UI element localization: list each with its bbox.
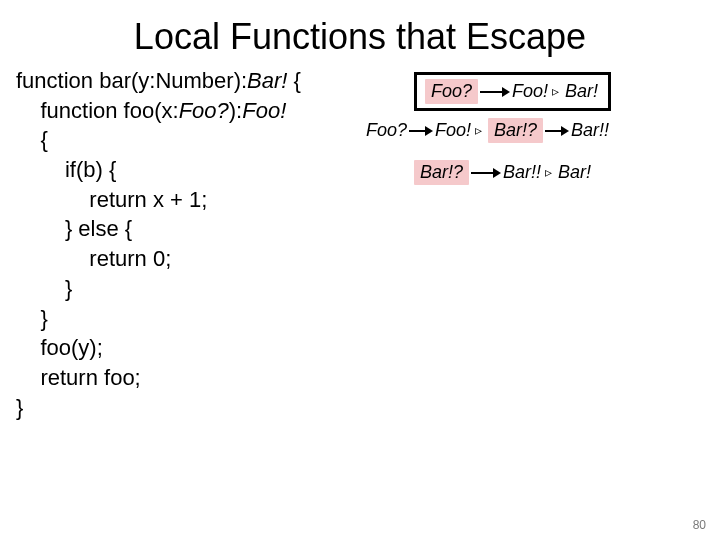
- code-l2a: function foo(x:: [16, 98, 179, 123]
- arrow-icon: [409, 126, 433, 136]
- rule2-lhs: Foo?: [366, 120, 407, 141]
- code-l2d: Foo!: [242, 98, 286, 123]
- code-l5: return x + 1;: [16, 187, 207, 212]
- rule2-mid: Foo!: [435, 120, 471, 141]
- code-l7: return 0;: [16, 246, 171, 271]
- code-l2c: ):: [229, 98, 242, 123]
- type-rule-2: Foo? Foo! ▹ Bar!? Bar!!: [366, 118, 609, 143]
- rule1-mid: Foo!: [512, 81, 548, 102]
- content-area: function bar(y:Number):Bar! { function f…: [0, 66, 720, 422]
- code-l11: return foo;: [16, 365, 141, 390]
- code-l1b: Bar!: [247, 68, 287, 93]
- code-l8: }: [16, 276, 72, 301]
- type-rule-3: Bar!? Bar!! ▹ Bar!: [414, 160, 591, 185]
- code-l9: }: [16, 306, 48, 331]
- code-l4: if(b) {: [16, 157, 116, 182]
- code-block: function bar(y:Number):Bar! { function f…: [16, 66, 366, 422]
- code-l1c: {: [287, 68, 300, 93]
- page-number: 80: [693, 518, 706, 532]
- slide-title: Local Functions that Escape: [0, 0, 720, 66]
- rule2-final: Bar!!: [571, 120, 609, 141]
- rule1-lhs: Foo?: [425, 79, 478, 104]
- rule2-rhs1: Bar!?: [488, 118, 543, 143]
- triangle-icon: ▹: [552, 83, 559, 99]
- arrow-icon: [545, 126, 569, 136]
- triangle-icon: ▹: [545, 164, 552, 180]
- arrow-icon: [480, 87, 510, 97]
- rule3-lhs: Bar!?: [414, 160, 469, 185]
- code-l2b: Foo?: [179, 98, 229, 123]
- code-l3: {: [16, 127, 48, 152]
- triangle-icon: ▹: [475, 122, 482, 138]
- arrow-icon: [471, 168, 501, 178]
- rules-column: Foo? Foo! ▹ Bar! Foo? Foo! ▹ Bar!? Bar!!…: [366, 66, 712, 422]
- rule1-rhs: Bar!: [565, 81, 598, 102]
- code-l1a: function bar(y:Number):: [16, 68, 247, 93]
- code-l6: } else {: [16, 216, 132, 241]
- rule3-rhs: Bar!: [558, 162, 591, 183]
- type-rule-1: Foo? Foo! ▹ Bar!: [414, 72, 611, 111]
- rule3-mid: Bar!!: [503, 162, 541, 183]
- code-l10: foo(y);: [16, 335, 103, 360]
- code-l12: }: [16, 395, 23, 420]
